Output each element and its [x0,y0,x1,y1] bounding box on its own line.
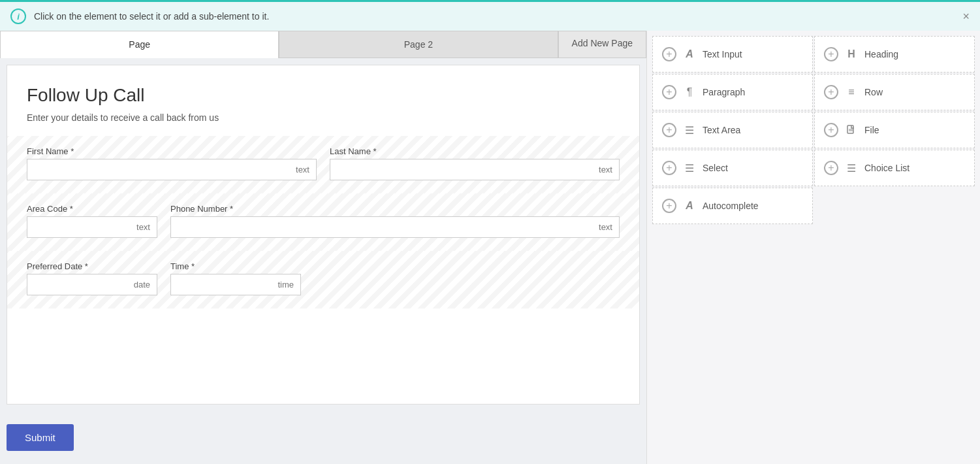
first-name-input[interactable] [27,159,317,180]
phone-number-group: Phone Number * [170,204,620,238]
widget-add-icon[interactable]: + [824,123,838,137]
time-group: Time * [170,261,301,295]
info-message: Click on the element to select it or add… [34,11,970,22]
area-code-label: Area Code * [27,204,157,214]
widget-add-icon[interactable]: + [662,47,676,61]
phone-row-section: Area Code * Phone Number * [7,193,639,251]
form-area: Follow Up Call Enter your details to rec… [7,65,640,405]
widget-text-area-label: Text Area [703,125,740,135]
form-subtitle: Enter your details to receive a call bac… [27,112,620,123]
widget-file-label: File [864,125,879,135]
widget-text-input-label: Text Input [703,49,742,59]
text-input-icon: A [682,46,697,62]
select-icon: ☰ [682,160,697,176]
widget-add-icon[interactable]: + [662,161,676,175]
last-name-input[interactable] [330,159,620,180]
preferred-date-input[interactable] [27,274,157,295]
submit-area: Submit [0,411,646,464]
info-bar: i Click on the element to select it or a… [0,0,980,31]
widget-add-icon[interactable]: + [662,199,676,213]
text-area-icon: ☰ [682,122,697,138]
phone-number-label: Phone Number * [170,204,620,214]
first-name-group: First Name * [27,146,317,180]
widget-heading-label: Heading [864,49,898,59]
area-code-group: Area Code * [27,204,157,238]
widget-heading[interactable]: + H Heading [814,36,975,73]
right-panel: + A Text Input + H Heading + ¶ Paragraph… [646,31,980,464]
left-panel: Page Page 2 Add New Page Follow Up Call … [0,31,646,464]
name-row: First Name * Last Name * [27,146,620,180]
file-icon [844,122,859,138]
choice-list-icon: ☰ [844,160,859,176]
row-icon: ≡ [844,84,859,100]
last-name-group: Last Name * [330,146,620,180]
phone-row: Area Code * Phone Number * [27,204,620,238]
heading-icon: H [844,46,859,62]
datetime-row-section: Preferred Date * Time * [7,251,639,308]
widget-row-label: Row [864,87,883,97]
name-row-section: First Name * Last Name * [7,136,639,193]
tabs-bar: Page Page 2 Add New Page [0,31,646,58]
widget-add-icon[interactable]: + [662,123,676,137]
widget-text-input[interactable]: + A Text Input [652,36,813,73]
paragraph-icon: ¶ [682,84,697,100]
tab-page2[interactable]: Page 2 [279,31,558,58]
autocomplete-icon: A [682,198,697,214]
phone-number-input[interactable] [170,216,620,238]
widget-row[interactable]: + ≡ Row [814,74,975,110]
widget-autocomplete[interactable]: + A Autocomplete [652,188,813,224]
area-code-input[interactable] [27,216,157,238]
preferred-date-group: Preferred Date * [27,261,157,295]
first-name-label: First Name * [27,146,317,156]
widget-add-icon[interactable]: + [824,47,838,61]
add-page-button[interactable]: Add New Page [558,31,646,58]
tab-page[interactable]: Page [0,31,279,58]
widget-select[interactable]: + ☰ Select [652,150,813,186]
submit-button[interactable]: Submit [7,424,74,451]
form-title: Follow Up Call [27,85,620,106]
info-icon: i [10,8,26,24]
datetime-row: Preferred Date * Time * [27,261,620,295]
widget-select-label: Select [703,163,728,173]
widget-paragraph-label: Paragraph [703,87,745,97]
widget-choice-list-label: Choice List [864,163,909,173]
main-layout: Page Page 2 Add New Page Follow Up Call … [0,31,980,464]
widget-paragraph[interactable]: + ¶ Paragraph [652,74,813,110]
widget-autocomplete-label: Autocomplete [703,201,759,211]
widget-file[interactable]: + File [814,112,975,148]
widget-add-icon[interactable]: + [824,161,838,175]
widget-add-icon[interactable]: + [662,85,676,99]
widget-choice-list[interactable]: + ☰ Choice List [814,150,975,186]
last-name-label: Last Name * [330,146,620,156]
close-button[interactable]: × [962,10,970,22]
time-label: Time * [170,261,301,271]
widget-add-icon[interactable]: + [824,85,838,99]
time-input[interactable] [170,274,301,295]
widget-text-area[interactable]: + ☰ Text Area [652,112,813,148]
preferred-date-label: Preferred Date * [27,261,157,271]
